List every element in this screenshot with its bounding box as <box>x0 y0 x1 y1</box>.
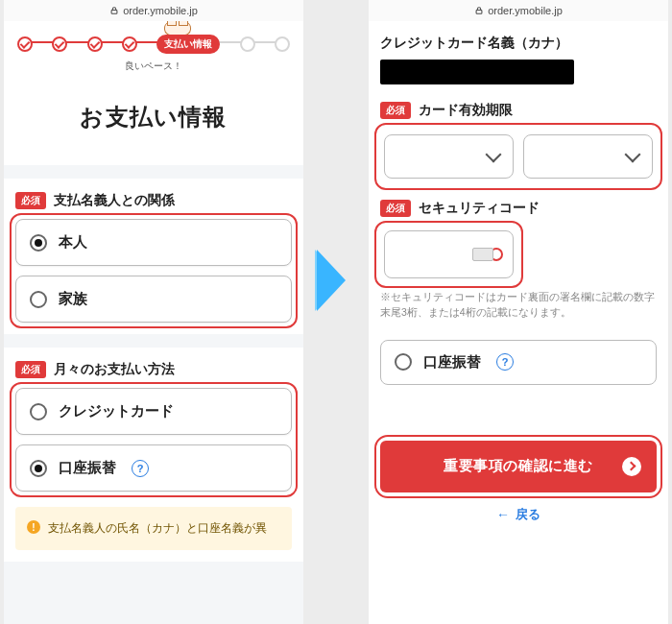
required-badge: 必須 <box>15 361 46 378</box>
left-content: 支払い情報 良いペース！ お支払い情報 必須 支払名義人との関係 本人 <box>4 21 303 624</box>
lock-icon <box>109 6 119 15</box>
arrow-right-icon <box>622 457 641 476</box>
warning-icon: ! <box>27 520 40 534</box>
left-screen: order.ymobile.jp 支払い情報 良いペース！ お支払い情報 必須 … <box>4 0 303 624</box>
radio-selected-icon <box>30 460 47 477</box>
url-text: order.ymobile.jp <box>488 5 563 16</box>
url-text: order.ymobile.jp <box>123 5 198 16</box>
option-label: 本人 <box>59 233 87 252</box>
step-dot <box>122 36 137 52</box>
hint-banner: ! 支払名義人の氏名（カナ）と口座名義が異 <box>15 507 292 550</box>
url-bar: order.ymobile.jp <box>369 0 668 21</box>
expiry-label: カード有効期限 <box>419 102 513 119</box>
step-current-pill: 支払い情報 <box>156 35 220 54</box>
security-code-label: セキュリティコード <box>419 200 540 217</box>
back-label: 戻る <box>516 506 540 523</box>
right-screen: order.ymobile.jp クレジットカード名義（カナ） 必須 カード有効… <box>369 0 668 624</box>
page-title-block: お支払い情報 <box>4 81 303 165</box>
relation-option-self[interactable]: 本人 <box>15 219 292 266</box>
lock-icon <box>474 6 484 15</box>
pace-text: 良いペース！ <box>13 60 294 73</box>
page-title: お支払い情報 <box>4 102 303 132</box>
hint-text: 支払名義人の氏名（カナ）と口座名義が異 <box>48 520 267 537</box>
arrow-left-icon: ← <box>496 507 510 522</box>
relation-option-family[interactable]: 家族 <box>15 276 292 323</box>
right-content: クレジットカード名義（カナ） 必須 カード有効期限 必須 セキュリティコード <box>369 21 668 624</box>
svg-rect-1 <box>476 11 482 14</box>
expiry-highlight <box>380 129 657 184</box>
help-icon[interactable]: ? <box>132 460 149 477</box>
required-badge: 必須 <box>380 102 411 119</box>
option-label: クレジットカード <box>59 402 174 420</box>
method-options-highlight: クレジットカード 口座振替 ? <box>15 388 292 492</box>
redacted-name <box>380 60 574 84</box>
radio-icon <box>30 291 47 308</box>
step-dot <box>275 36 290 52</box>
required-badge: 必須 <box>15 192 46 209</box>
url-bar: order.ymobile.jp <box>4 0 303 21</box>
method-title: 月々のお支払い方法 <box>54 361 175 378</box>
radio-icon <box>30 403 47 420</box>
option-label: 口座振替 <box>423 353 481 372</box>
method-option-credit[interactable]: クレジットカード <box>15 388 292 435</box>
chevron-down-icon <box>625 147 641 163</box>
relation-section: 必須 支払名義人との関係 本人 家族 <box>4 179 303 334</box>
card-back-icon <box>472 248 493 261</box>
method-section: 必須 月々のお支払い方法 クレジットカード 口座振替 ? ! 支払名義人の氏名（… <box>4 348 303 562</box>
chevron-down-icon <box>486 147 502 163</box>
method-option-bank[interactable]: 口座振替 ? <box>15 444 292 492</box>
expiry-month-select[interactable] <box>384 134 514 179</box>
option-label: 口座振替 <box>59 459 116 477</box>
back-link[interactable]: ← 戻る <box>380 506 657 523</box>
security-code-note: ※セキュリティコードはカード裏面の署名欄に記載の数字末尾3桁、または4桁の記載に… <box>380 290 657 321</box>
proceed-button[interactable]: 重要事項の確認に進む <box>380 441 657 492</box>
relation-options-highlight: 本人 家族 <box>15 219 292 323</box>
expiry-year-select[interactable] <box>523 134 653 179</box>
required-badge: 必須 <box>380 200 411 217</box>
help-icon[interactable]: ? <box>496 353 514 371</box>
cta-label: 重要事項の確認に進む <box>444 457 593 475</box>
method-option-bank[interactable]: 口座振替 ? <box>380 340 657 385</box>
step-dot <box>52 36 67 52</box>
radio-selected-icon <box>30 234 47 252</box>
option-label: 家族 <box>59 290 87 308</box>
transition-arrow-icon <box>317 250 346 311</box>
card-name-label: クレジットカード名義（カナ） <box>380 35 657 52</box>
svg-rect-0 <box>111 11 117 14</box>
step-dot <box>87 36 103 52</box>
security-code-input[interactable] <box>384 230 514 278</box>
progress-stepper: 支払い情報 良いペース！ <box>4 21 303 81</box>
relation-title: 支払名義人との関係 <box>54 192 175 209</box>
step-dot <box>17 36 33 52</box>
cta-highlight: 重要事項の確認に進む <box>380 441 657 492</box>
step-dot <box>240 36 255 52</box>
security-code-highlight <box>380 227 517 282</box>
radio-icon <box>395 353 412 371</box>
